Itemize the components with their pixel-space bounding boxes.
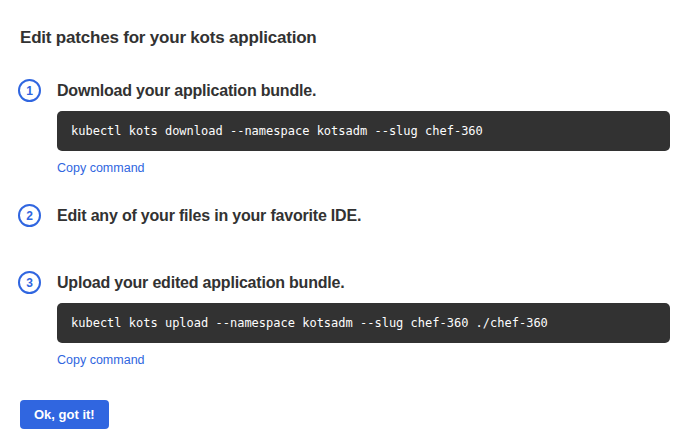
step-1-content: Download your application bundle. kubect… (57, 79, 670, 176)
step-3-number: 3 (26, 276, 33, 290)
step-2-heading: Edit any of your files in your favorite … (57, 204, 670, 227)
step-3: 3 Upload your edited application bundle.… (18, 271, 670, 368)
step-1-number: 1 (26, 84, 33, 98)
step-3-command-text: kubectl kots upload --namespace kotsadm … (71, 316, 548, 330)
step-2-content: Edit any of your files in your favorite … (57, 204, 670, 227)
step-2-number: 2 (26, 209, 33, 223)
step-2-number-badge: 2 (18, 204, 41, 227)
step-3-heading: Upload your edited application bundle. (57, 271, 670, 294)
step-3-copy-command-link[interactable]: Copy command (57, 353, 145, 367)
step-1-command-text: kubectl kots download --namespace kotsad… (71, 124, 483, 138)
edit-patches-panel: Edit patches for your kots application 1… (0, 0, 690, 443)
step-1-number-badge: 1 (18, 79, 41, 102)
page-title: Edit patches for your kots application (20, 28, 670, 48)
ok-got-it-button[interactable]: Ok, got it! (20, 400, 109, 429)
step-1-code-snippet: kubectl kots download --namespace kotsad… (57, 111, 670, 151)
step-1: 1 Download your application bundle. kube… (18, 79, 670, 176)
step-1-copy-command-link[interactable]: Copy command (57, 161, 145, 175)
step-1-heading: Download your application bundle. (57, 79, 670, 102)
step-3-content: Upload your edited application bundle. k… (57, 271, 670, 368)
step-3-number-badge: 3 (18, 271, 41, 294)
step-2: 2 Edit any of your files in your favorit… (18, 204, 670, 227)
step-3-code-snippet: kubectl kots upload --namespace kotsadm … (57, 303, 670, 343)
